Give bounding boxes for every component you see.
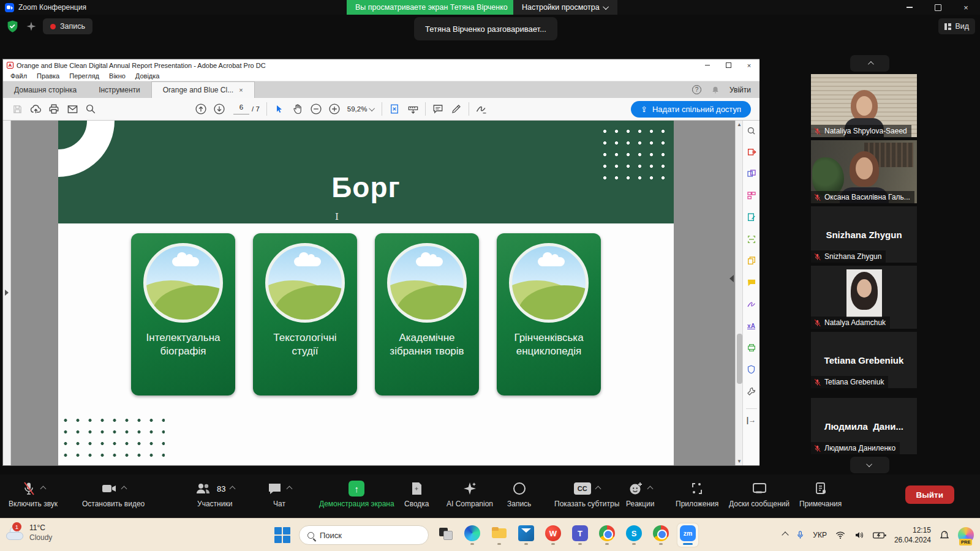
view-layout-button[interactable]: Вид [938,18,975,34]
nav-pane-expand-icon[interactable] [5,290,9,296]
draw-tool-icon[interactable] [745,298,758,310]
scrollbar-thumb[interactable] [737,334,742,384]
taskbar-search[interactable]: Поиск [299,525,429,545]
acrobat-minimize-button[interactable] [697,59,718,71]
upload-cloud-icon[interactable] [26,101,45,117]
menu-view[interactable]: Перегляд [69,72,99,80]
hand-tool-icon[interactable] [288,101,307,117]
wifi-icon[interactable] [835,530,846,540]
chrome-app[interactable] [650,523,671,547]
security-shield-icon[interactable] [6,20,19,33]
ai-sparkle-icon[interactable] [26,21,37,32]
task-view-button[interactable] [435,523,456,547]
zoom-app-taskbar[interactable]: zm [677,523,698,547]
ai-companion-button[interactable]: AI Companion [447,479,493,508]
summary-button[interactable]: Сводка [404,479,429,508]
measure-icon[interactable] [404,101,422,117]
scan-ocr-icon[interactable] [745,233,758,246]
print-production-icon[interactable] [745,342,758,354]
create-pdf-icon[interactable] [745,168,758,180]
acrobat-share-button[interactable]: ⇪ Надати спільний доступ [631,101,751,118]
view-options-dropdown[interactable]: Настройки просмотра [513,0,617,15]
highlight-icon[interactable] [447,101,466,117]
scroll-up-icon[interactable]: ▲ [736,121,742,129]
chevron-up-icon[interactable] [287,485,293,492]
leave-meeting-button[interactable]: Выйти [905,485,955,504]
organize-pages-icon[interactable] [745,190,758,202]
close-button[interactable]: × [952,0,980,15]
menu-help[interactable]: Довідка [135,72,160,80]
stop-video-button[interactable]: Остановить видео [82,479,145,508]
chevron-up-icon[interactable] [121,485,127,492]
weather-widget[interactable]: 1 11°C Cloudy [6,523,52,542]
nav-pane-strip[interactable] [3,121,11,465]
collapse-right-panel-icon[interactable] [729,275,734,282]
tab-tools[interactable]: Інструменти [88,81,151,98]
search-tool-icon[interactable] [745,124,758,137]
menu-edit[interactable]: Правка [37,72,59,80]
menu-window[interactable]: Вікно [109,72,126,80]
help-icon[interactable]: ? [692,85,701,94]
more-participants-button[interactable] [850,457,889,473]
search-icon[interactable] [81,101,100,117]
maximize-button[interactable] [924,0,952,15]
chevron-up-icon[interactable] [647,485,653,492]
chevron-up-icon[interactable] [595,485,601,492]
signature-xa-icon[interactable]: xA [745,320,758,332]
mail-app[interactable] [516,523,537,547]
tab-document[interactable]: Orange and Blue Cl... × [151,81,255,98]
page-number-input[interactable]: 6 [233,103,249,114]
protect-icon[interactable] [745,364,758,376]
tile-snizhana[interactable]: Snizhana Zhygun Snizhana Zhygun [811,206,917,263]
chrome-profile-app[interactable] [597,523,617,547]
page-fit-icon[interactable] [385,101,404,117]
request-signatures-icon[interactable] [745,211,758,223]
document-scrollbar[interactable]: ▲ ▼ [735,121,742,465]
reactions-button[interactable]: Реакции [626,479,654,508]
chevron-up-icon[interactable] [230,485,236,492]
zoom-in-icon[interactable] [325,101,344,117]
hidden-icons-chevron[interactable] [782,531,789,538]
export-pdf-icon[interactable] [745,146,758,159]
collapse-videos-button[interactable] [850,55,889,72]
participants-button[interactable]: 83 Участники [195,479,235,508]
unmute-button[interactable]: Включить звук [9,479,58,508]
video-tile-nataliya[interactable]: Nataliya Shpylova-Saeed [811,74,917,137]
chevron-up-icon[interactable] [40,485,46,492]
edge-app[interactable] [462,523,483,547]
wps-office-app[interactable]: W [543,523,564,547]
chat-button[interactable]: Чат [267,479,292,508]
file-explorer-app[interactable] [489,523,510,547]
mic-in-use-icon[interactable] [796,530,805,541]
select-tool-icon[interactable] [270,101,288,117]
signin-link[interactable]: Увійти [729,86,751,94]
save-icon[interactable] [8,101,26,117]
notes-button[interactable]: Примечания [799,479,842,508]
more-tools-icon[interactable] [745,385,758,397]
tab-close-icon[interactable]: × [239,86,243,94]
fill-sign-icon[interactable] [472,101,491,117]
menu-file[interactable]: Файл [10,72,27,80]
start-button[interactable] [272,523,293,547]
scroll-down-icon[interactable]: ▼ [736,457,742,465]
tab-home[interactable]: Домашня сторінка [3,81,88,98]
battery-icon[interactable] [873,531,886,540]
whiteboards-button[interactable]: Доски сообщений [729,479,790,508]
zoom-level-dropdown[interactable]: 59,2% [347,105,375,113]
next-page-icon[interactable] [210,101,228,117]
language-indicator[interactable]: УКР [813,531,827,539]
email-icon[interactable] [63,101,81,117]
expand-panel-icon[interactable]: |→ [745,414,758,426]
clock[interactable]: 12:15 26.04.2024 [894,525,931,545]
minimize-button[interactable] [895,0,924,15]
zoom-out-icon[interactable] [307,101,325,117]
comment-tool-icon[interactable] [745,277,758,289]
tile-liudmyla-danylenko[interactable]: Людмила Дани... Людмила Даниленко [811,398,917,454]
acrobat-restore-button[interactable] [718,59,739,71]
recording-indicator[interactable]: Запись [43,18,92,34]
apps-button[interactable]: Приложения [676,479,718,508]
tile-natalya-adamchuk[interactable]: Natalya Adamchuk [811,266,917,329]
bell-icon[interactable] [711,86,720,94]
notification-bell-icon[interactable]: z [939,530,950,541]
tile-tetiana-grebeniuk[interactable]: Tetiana Grebeniuk Tetiana Grebeniuk [811,332,917,388]
